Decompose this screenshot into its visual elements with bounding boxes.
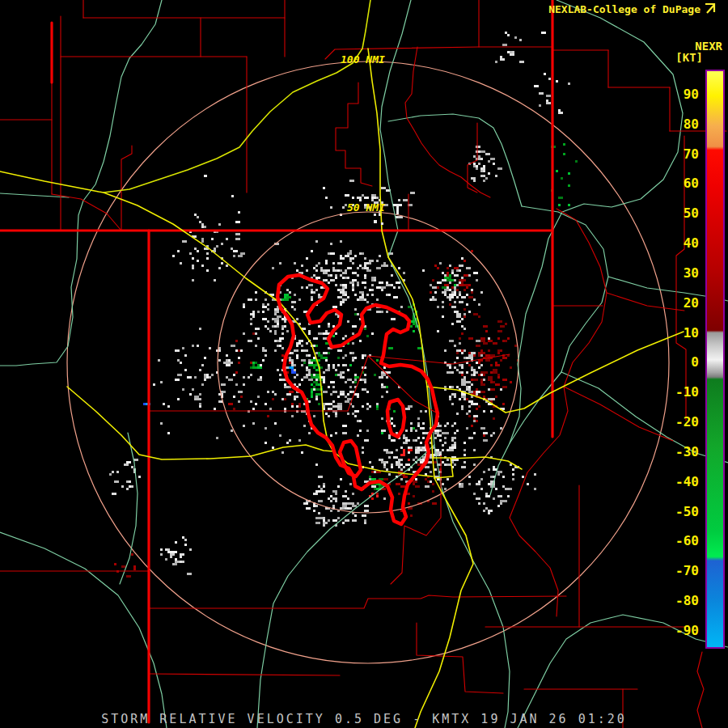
colorbar-tick-60: 60 (657, 177, 699, 190)
status-bar: STORM RELATIVE VELOCITY 0.5 DEG - KMTX 1… (0, 712, 728, 726)
colorbar-tick--20: -20 (657, 416, 699, 429)
range-ring-label-0: 50 NMI (347, 201, 385, 214)
colorbar-tick--80: -80 (657, 595, 699, 607)
highways (0, 0, 684, 728)
county-borders (0, 0, 726, 728)
radar-display: NEXLAB-College of DuPage NEXR [KT] 90807… (0, 0, 728, 728)
colorbar-tick-30: 30 (657, 267, 699, 280)
colorbar-tick-90: 90 (657, 88, 699, 101)
colorbar-tick-80: 80 (657, 118, 699, 131)
colorbar-tick--70: -70 (657, 565, 699, 578)
range-ring-label-1: 100 NMI (341, 53, 385, 66)
colorbar-tick-40: 40 (657, 237, 699, 250)
colorbar-tick--50: -50 (657, 506, 699, 518)
page-title: NEXLAB-College of DuPage (548, 3, 700, 15)
colorbar-tick-0: 0 (657, 356, 699, 369)
college-of-dupage-logo-icon (704, 2, 717, 15)
colorbar-tick-10: 10 (657, 327, 699, 340)
colorbar-tick-20: 20 (657, 297, 699, 310)
radar-map (0, 0, 728, 728)
colorbar-tick-70: 70 (657, 148, 699, 161)
colorbar-tick--40: -40 (657, 476, 699, 489)
range-rings (67, 61, 669, 663)
colorbar-tick-50: 50 (657, 207, 699, 220)
rivers (0, 0, 728, 728)
colorbar-tick--10: -10 (657, 386, 699, 399)
colorbar-units-label: [KT] (675, 51, 703, 64)
colorbar-tick--90: -90 (657, 624, 699, 637)
colorbar-tick--60: -60 (657, 535, 699, 548)
colorbar-tick--30: -30 (657, 446, 699, 459)
velocity-colorbar (705, 70, 725, 649)
